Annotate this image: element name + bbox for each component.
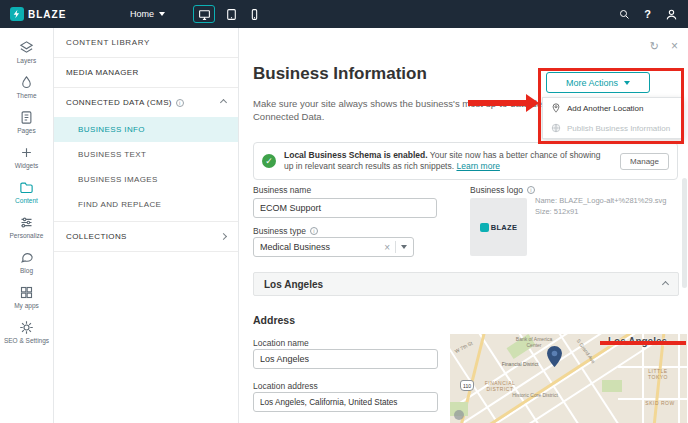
mapbox-logo-icon xyxy=(454,410,464,420)
content-folder-icon xyxy=(19,180,34,195)
menu-item-add-another-location[interactable]: Add Another Location xyxy=(543,98,683,118)
scrollbar[interactable] xyxy=(682,178,687,288)
sidebar-item-seo-settings[interactable]: SEO & Settings xyxy=(0,316,54,348)
banner-bold-text: Local Business Schema is enabled. xyxy=(284,150,428,160)
map-park xyxy=(602,380,622,392)
connected-data-label: CONNECTED DATA (CMS) xyxy=(66,98,172,107)
main-content: Business Information Make sure your site… xyxy=(239,28,688,423)
publish-globe-icon xyxy=(551,123,561,133)
sidebar-item-content[interactable]: Content xyxy=(0,176,54,208)
sidebar-item-business-info[interactable]: BUSINESS INFO xyxy=(54,117,238,142)
menu-item-publish-business-information[interactable]: Publish Business Information xyxy=(543,118,683,138)
clear-icon[interactable] xyxy=(384,242,390,253)
location-map[interactable]: Bank of America Center W 7th St Financia… xyxy=(450,334,687,423)
blaze-logo-icon xyxy=(480,223,489,232)
selected-value: Medical Business xyxy=(260,242,330,252)
map-road xyxy=(678,334,680,423)
red-annotation-arrow xyxy=(468,100,526,106)
more-actions-dropdown: Add Another Location Publish Business In… xyxy=(542,97,684,139)
red-annotation-arrow-head xyxy=(526,94,539,112)
chevron-down-icon xyxy=(159,12,165,16)
chevron-right-icon xyxy=(220,233,227,240)
page-selector-label: Home xyxy=(130,9,154,19)
business-logo-preview[interactable]: BLAZE xyxy=(470,198,527,256)
business-type-select[interactable]: Medical Business xyxy=(253,237,414,257)
rail-label: Theme xyxy=(16,92,36,99)
gear-icon xyxy=(19,320,34,335)
page-selector[interactable]: Home xyxy=(130,9,165,19)
mobile-preview-button[interactable] xyxy=(248,8,261,21)
rail-label: Personalize xyxy=(10,232,44,239)
map-label-historic-core: Historic Core District xyxy=(512,392,558,398)
sidebar-item-my-apps[interactable]: My apps xyxy=(0,281,54,313)
sidebar-item-blog[interactable]: Blog xyxy=(0,246,54,278)
app-window: BLAZE Home xyxy=(0,0,688,423)
label-text: Location name xyxy=(253,338,309,348)
label-text: Location address xyxy=(253,381,318,391)
map-label-w7th-st: W 7th St xyxy=(454,340,474,354)
check-circle-icon xyxy=(262,154,276,168)
learn-more-link[interactable]: Learn more xyxy=(456,161,499,171)
sidebar-item-theme[interactable]: Theme xyxy=(0,71,54,103)
sidebar-item-widgets[interactable]: Widgets xyxy=(0,141,54,173)
blaze-logo-icon xyxy=(10,7,24,21)
sidebar-item-layers[interactable]: Layers xyxy=(0,36,54,68)
widgets-icon xyxy=(19,145,34,160)
sidebar-item-find-and-replace[interactable]: FIND AND REPLACE xyxy=(54,192,238,217)
close-icon[interactable] xyxy=(671,36,678,54)
business-type-label: Business type xyxy=(253,226,318,236)
location-name-label: Location name xyxy=(253,338,309,348)
theme-icon xyxy=(19,75,34,90)
media-manager-label: MEDIA MANAGER xyxy=(66,68,139,77)
device-switcher xyxy=(193,5,261,23)
label-text: Business name xyxy=(253,185,311,195)
brand-name: BLAZE xyxy=(28,9,66,20)
section-title: Los Angeles xyxy=(264,279,323,290)
location-name-input[interactable] xyxy=(253,349,438,369)
connected-data-section[interactable]: CONNECTED DATA (CMS) xyxy=(54,88,238,117)
rail-label: SEO & Settings xyxy=(4,337,49,344)
content-library-panel: CONTENT LIBRARY MEDIA MANAGER CONNECTED … xyxy=(54,28,239,423)
location-pin-icon xyxy=(551,103,561,113)
sidebar-item-business-images[interactable]: BUSINESS IMAGES xyxy=(54,167,238,192)
info-icon xyxy=(527,186,535,194)
map-label-little-tokyo: LITTLE TOKYO xyxy=(642,368,674,380)
business-logo-label: Business logo xyxy=(470,185,535,195)
chevron-up-icon xyxy=(662,280,669,287)
business-name-input[interactable] xyxy=(253,198,437,218)
tablet-preview-button[interactable] xyxy=(225,8,238,21)
rail-label: My apps xyxy=(14,302,39,309)
layers-icon xyxy=(19,40,34,55)
user-icon[interactable] xyxy=(665,8,678,21)
label-text: Business type xyxy=(253,226,306,236)
chevron-up-icon xyxy=(220,99,227,106)
panel-title: CONTENT LIBRARY xyxy=(54,28,238,58)
map-pin-icon[interactable] xyxy=(547,346,562,371)
pages-icon xyxy=(19,110,34,125)
chevron-down-icon xyxy=(624,81,630,85)
sidebar-item-business-text[interactable]: BUSINESS TEXT xyxy=(54,142,238,167)
search-icon[interactable] xyxy=(618,8,630,20)
chevron-down-icon xyxy=(401,245,407,249)
refresh-icon[interactable] xyxy=(650,36,659,54)
topbar-actions xyxy=(618,8,678,21)
map-label-financial-district: Financial District xyxy=(498,361,542,367)
desktop-preview-button[interactable] xyxy=(193,5,215,23)
logo-text: BLAZE xyxy=(491,223,518,232)
more-actions-button[interactable]: More Actions xyxy=(546,72,650,93)
label-text: Business logo xyxy=(470,185,523,195)
sidebar-item-pages[interactable]: Pages xyxy=(0,106,54,138)
red-annotation-strike xyxy=(600,341,686,345)
rail-label: Blog xyxy=(20,267,33,274)
help-icon[interactable] xyxy=(644,8,651,20)
rail-label: Layers xyxy=(17,57,37,64)
sidebar-item-personalize[interactable]: Personalize xyxy=(0,211,54,243)
collections-section[interactable]: COLLECTIONS xyxy=(54,222,238,252)
menu-item-label: Add Another Location xyxy=(567,104,644,113)
location-section-header[interactable]: Los Angeles xyxy=(253,272,679,296)
manage-button[interactable]: Manage xyxy=(620,153,669,170)
location-address-input[interactable] xyxy=(253,392,438,412)
media-manager-item[interactable]: MEDIA MANAGER xyxy=(54,58,238,88)
more-actions-label: More Actions xyxy=(566,78,618,88)
map-label-skid-row: SKID ROW xyxy=(640,400,680,406)
